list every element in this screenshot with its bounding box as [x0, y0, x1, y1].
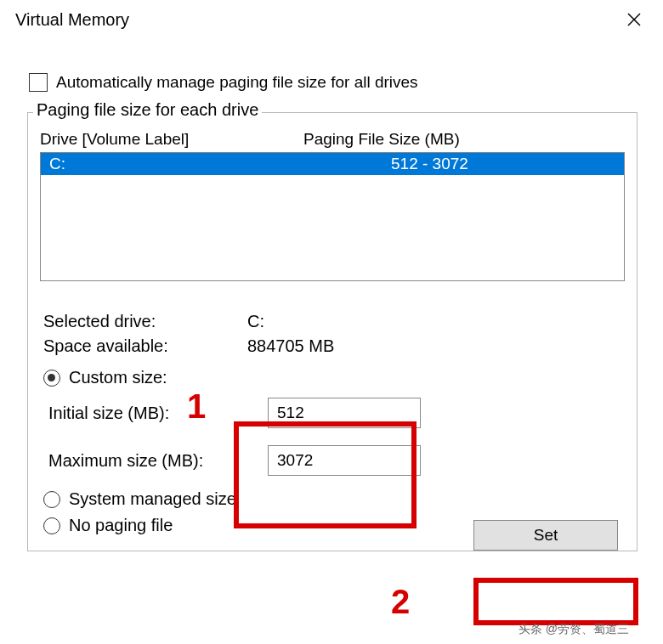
space-available-label: Space available:	[43, 336, 247, 356]
set-button[interactable]: Set	[473, 520, 618, 551]
space-available-value: 884705 MB	[247, 336, 334, 356]
custom-size-label: Custom size:	[69, 368, 167, 387]
drive-row-size: 512 - 3072	[391, 155, 468, 173]
custom-size-row: Custom size:	[43, 368, 625, 387]
selected-drive-value: C:	[247, 312, 264, 331]
header-size: Paging File Size (MB)	[303, 130, 460, 149]
set-button-label: Set	[534, 526, 558, 545]
max-size-input[interactable]	[268, 445, 421, 476]
initial-size-input[interactable]	[268, 398, 421, 428]
system-managed-row: System managed size	[43, 489, 625, 509]
annotation-box-2	[473, 578, 638, 625]
auto-manage-checkbox[interactable]	[29, 73, 48, 92]
no-paging-radio[interactable]	[43, 517, 60, 534]
group-legend: Paging file size for each drive	[33, 100, 262, 120]
annotation-number-2: 2	[391, 583, 410, 621]
drive-info: Selected drive: C: Space available: 8847…	[43, 312, 625, 356]
initial-size-row: Initial size (MB):	[48, 398, 625, 428]
custom-size-radio[interactable]	[43, 370, 60, 387]
window-title: Virtual Memory	[15, 10, 129, 30]
system-managed-radio[interactable]	[43, 491, 60, 508]
system-managed-label: System managed size	[69, 489, 236, 509]
paging-file-group: Paging file size for each drive Drive [V…	[27, 112, 638, 551]
initial-size-label: Initial size (MB):	[48, 404, 268, 423]
selected-drive-label: Selected drive:	[43, 312, 247, 331]
auto-manage-row: Automatically manage paging file size fo…	[29, 73, 639, 92]
no-paging-label: No paging file	[69, 516, 173, 535]
titlebar: Virtual Memory	[0, 0, 663, 39]
drive-listbox[interactable]: C: 512 - 3072	[40, 152, 625, 281]
watermark: 头条 @劳资、蜀道三	[518, 622, 629, 637]
max-size-label: Maximum size (MB):	[48, 451, 268, 471]
header-drive: Drive [Volume Label]	[40, 130, 303, 149]
close-icon[interactable]	[617, 7, 651, 32]
max-size-row: Maximum size (MB):	[48, 445, 625, 476]
drive-row[interactable]: C: 512 - 3072	[41, 153, 624, 175]
drive-row-drive: C:	[49, 155, 391, 173]
auto-manage-label: Automatically manage paging file size fo…	[56, 73, 418, 92]
drive-list-header: Drive [Volume Label] Paging File Size (M…	[40, 130, 625, 149]
dialog-content: Automatically manage paging file size fo…	[0, 39, 663, 551]
